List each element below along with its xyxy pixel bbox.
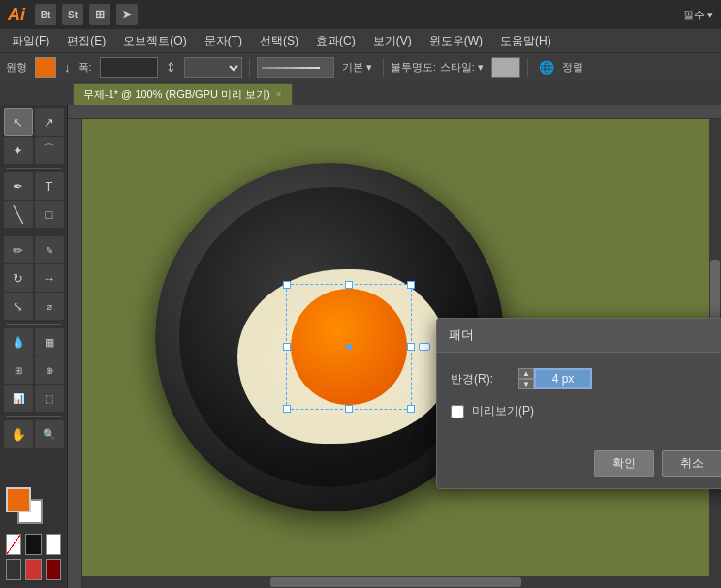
tab-title: 무제-1* @ 100% (RGB/GPU 미리 보기) (83, 87, 270, 102)
tool-row-1: ↖ ↗ (2, 108, 65, 136)
scale-tool[interactable]: ⤡ (4, 293, 33, 320)
globe-btn[interactable]: 🌐 (535, 58, 558, 77)
magic-wand-tool[interactable]: ✦ (4, 137, 33, 164)
rectangle-tool[interactable]: □ (35, 201, 64, 228)
menu-edit[interactable]: 편집(E) (59, 31, 113, 51)
white-swatch[interactable] (46, 534, 61, 555)
paintbrush-tool[interactable]: ✏ (4, 236, 33, 263)
layout-icon[interactable]: ⊞ (89, 4, 110, 25)
tool-row-6: ↻ ↔ (2, 264, 65, 292)
rotate-handle[interactable] (419, 343, 430, 351)
rotate-tool[interactable]: ↻ (4, 264, 33, 292)
menu-window[interactable]: 윈도우(W) (422, 31, 490, 51)
dialog-title: 패더 (437, 319, 721, 353)
tool-separator-2 (6, 232, 61, 232)
tool-row-8: 💧 ▦ (2, 328, 65, 356)
menu-view[interactable]: 보기(V) (365, 31, 420, 51)
vertical-ruler (68, 119, 82, 588)
lasso-tool[interactable]: ⌒ (35, 137, 64, 164)
tool-row-10: 📊 ⬚ (2, 385, 65, 412)
separator-3 (527, 58, 528, 77)
spin-down-btn[interactable]: ▼ (518, 379, 534, 389)
document-tab[interactable]: 무제-1* @ 100% (RGB/GPU 미리 보기) × (73, 83, 293, 105)
menu-file[interactable]: 파일(F) (4, 31, 57, 51)
shape-label: 원형 (6, 60, 27, 75)
tab-close-btn[interactable]: × (276, 89, 282, 100)
bt-icon: Bt (35, 4, 56, 25)
graph-tool[interactable]: 📊 (4, 385, 33, 412)
dialog-buttons: 확인 취소 (437, 443, 721, 488)
radius-input[interactable]: 4 px (534, 368, 592, 389)
h-scroll-thumb[interactable] (270, 577, 521, 587)
menu-select[interactable]: 선택(S) (252, 31, 306, 51)
handle-top-center[interactable] (345, 281, 353, 289)
spin-up-btn[interactable]: ▲ (518, 368, 534, 379)
horizontal-scrollbar[interactable] (82, 576, 709, 588)
st-icon: St (62, 4, 83, 25)
pencil-tool[interactable]: ✎ (35, 236, 64, 263)
warp-tool[interactable]: ⌀ (35, 293, 64, 320)
hand-tool[interactable]: ✋ (4, 420, 33, 448)
width-input[interactable] (100, 57, 158, 78)
menu-object[interactable]: 오브젝트(O) (115, 31, 194, 51)
tool-separator-4 (6, 416, 61, 417)
type-tool[interactable]: T (35, 172, 64, 200)
ok-button[interactable]: 확인 (594, 450, 654, 477)
canvas-area: 패더 반경(R): ▲ ▼ 4 px 미리보기(P) (68, 105, 721, 588)
align-label: 정렬 (562, 60, 583, 75)
menu-help[interactable]: 도움말(H) (492, 31, 559, 51)
eyedropper-tool[interactable]: 💧 (4, 328, 33, 356)
stroke-btn[interactable]: ↓ (60, 58, 75, 77)
arrow-icon[interactable]: ➤ (116, 4, 138, 25)
menu-bar: 파일(F) 편집(E) 오브젝트(O) 문자(T) 선택(S) 효과(C) 보기… (0, 29, 721, 52)
preview-row: 미리보기(P) (451, 403, 721, 419)
mirror-tool[interactable]: ↔ (35, 264, 64, 292)
pan-inner (179, 187, 480, 487)
artboard-tool[interactable]: ⬚ (35, 385, 64, 412)
handle-middle-left[interactable] (283, 343, 291, 351)
opacity-label: 불투명도: (391, 60, 436, 75)
tool-row-9: ⊞ ⊕ (2, 356, 65, 384)
fill-color-swatch[interactable] (35, 57, 56, 78)
handle-bottom-center[interactable] (345, 405, 353, 413)
dark-red-swatch[interactable] (46, 559, 61, 580)
tool-row-5: ✏ ✎ (2, 236, 65, 263)
handle-top-left[interactable] (283, 281, 291, 289)
style-swatch[interactable] (491, 57, 520, 78)
swatch-area (6, 487, 54, 530)
selection-box (286, 284, 412, 410)
red-mode-swatch[interactable] (25, 559, 41, 580)
line-tool[interactable]: ╲ (4, 201, 33, 228)
handle-middle-right[interactable] (407, 343, 415, 351)
tool-separator-3 (6, 324, 61, 325)
unit-dropdown[interactable] (184, 57, 242, 78)
width-stepper[interactable]: ⇕ (162, 58, 180, 77)
black-swatch[interactable] (25, 534, 41, 555)
dialog-body: 반경(R): ▲ ▼ 4 px 미리보기(P) (437, 353, 721, 443)
tools-panel: ↖ ↗ ✦ ⌒ ✒ T ╲ □ ✏ ✎ ↻ ↔ ⤡ ⌀ 💧 (0, 105, 68, 588)
handle-top-right[interactable] (407, 281, 415, 289)
foreground-color-swatch[interactable] (6, 487, 31, 512)
menu-effect[interactable]: 효과(C) (308, 31, 363, 51)
egg-yolk-container (286, 284, 412, 410)
preview-checkbox[interactable] (451, 405, 464, 418)
direct-select-tool[interactable]: ↗ (35, 108, 64, 136)
mode-swatches (6, 559, 61, 580)
blend-tool[interactable]: ⊞ (4, 356, 33, 384)
gradient-tool[interactable]: ▦ (35, 328, 64, 356)
pen-tool[interactable]: ✒ (4, 172, 33, 200)
essentials-label: 필수 ▾ (683, 8, 713, 22)
symbol-tool[interactable]: ⊕ (35, 356, 64, 384)
zoom-tool[interactable]: 🔍 (35, 420, 64, 448)
app-logo: Ai (8, 5, 25, 25)
normal-mode-swatch[interactable] (6, 559, 21, 580)
menu-type[interactable]: 문자(T) (197, 31, 250, 51)
preview-label: 미리보기(P) (472, 403, 534, 419)
select-tool[interactable]: ↖ (4, 108, 33, 136)
handle-bottom-right[interactable] (407, 405, 415, 413)
padding-dialog: 패더 반경(R): ▲ ▼ 4 px 미리보기(P) (436, 318, 721, 489)
width-label: 폭: (78, 60, 92, 75)
none-swatch[interactable] (6, 534, 21, 555)
handle-bottom-left[interactable] (283, 405, 291, 413)
cancel-button[interactable]: 취소 (662, 450, 721, 477)
